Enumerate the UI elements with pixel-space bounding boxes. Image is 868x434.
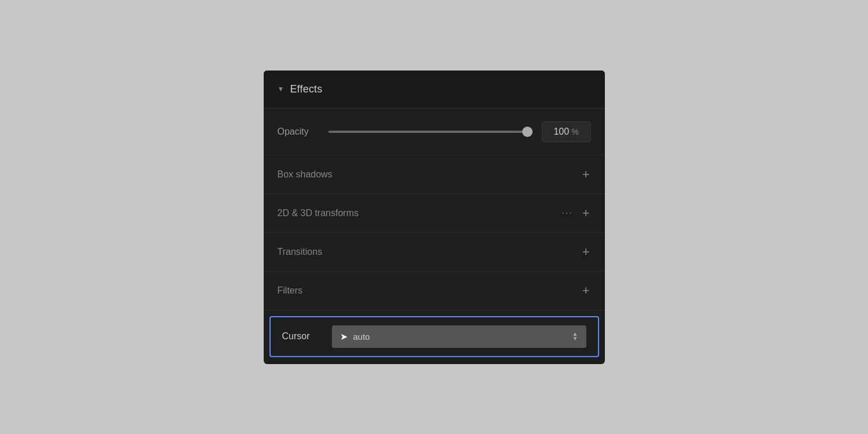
panel-header: ▼ Effects [264, 71, 605, 109]
opacity-slider-fill [328, 131, 531, 133]
transitions-label: Transitions [278, 247, 323, 257]
filters-label: Filters [278, 285, 303, 296]
filters-actions: + [581, 284, 591, 297]
cursor-value: auto [353, 332, 370, 342]
cursor-section: Cursor ➤ auto ▲ ▼ [264, 310, 605, 364]
box-shadows-actions: + [581, 168, 591, 181]
transitions-actions: + [581, 246, 591, 258]
select-down-arrow: ▼ [572, 336, 578, 341]
cursor-label: Cursor [282, 331, 323, 342]
opacity-slider-track [328, 131, 531, 133]
add-filter-button[interactable]: + [581, 284, 591, 297]
opacity-value-box[interactable]: 100 % [542, 121, 591, 142]
panel-body: Opacity 100 % Box shadows + 2D & 3D tran… [264, 109, 605, 364]
cursor-arrow-icon: ➤ [340, 331, 348, 342]
opacity-slider-container[interactable] [328, 131, 531, 133]
opacity-slider-thumb[interactable] [522, 127, 533, 137]
effects-panel: ▼ Effects Opacity 100 % Box shadows + [264, 71, 605, 364]
transforms-more-button[interactable]: ··· [562, 208, 572, 218]
filters-row: Filters + [264, 272, 605, 310]
opacity-unit: % [571, 127, 578, 136]
cursor-select[interactable]: ➤ auto ▲ ▼ [332, 325, 586, 348]
add-box-shadow-button[interactable]: + [581, 168, 591, 181]
add-transform-button[interactable]: + [581, 207, 591, 220]
opacity-value: 100 [553, 127, 569, 137]
chevron-down-icon: ▼ [278, 85, 285, 93]
select-arrows-icon: ▲ ▼ [572, 332, 578, 341]
panel-title: Effects [290, 83, 322, 95]
add-transition-button[interactable]: + [581, 246, 591, 258]
cursor-select-inner: ➤ auto [340, 331, 370, 342]
cursor-row: Cursor ➤ auto ▲ ▼ [269, 316, 599, 357]
transforms-actions: ··· + [562, 207, 590, 220]
transforms-label: 2D & 3D transforms [278, 208, 359, 218]
transforms-row: 2D & 3D transforms ··· + [264, 194, 605, 233]
box-shadows-row: Box shadows + [264, 155, 605, 194]
transitions-row: Transitions + [264, 233, 605, 272]
box-shadows-label: Box shadows [278, 169, 333, 180]
opacity-row: Opacity 100 % [264, 109, 605, 155]
opacity-label: Opacity [278, 127, 318, 137]
